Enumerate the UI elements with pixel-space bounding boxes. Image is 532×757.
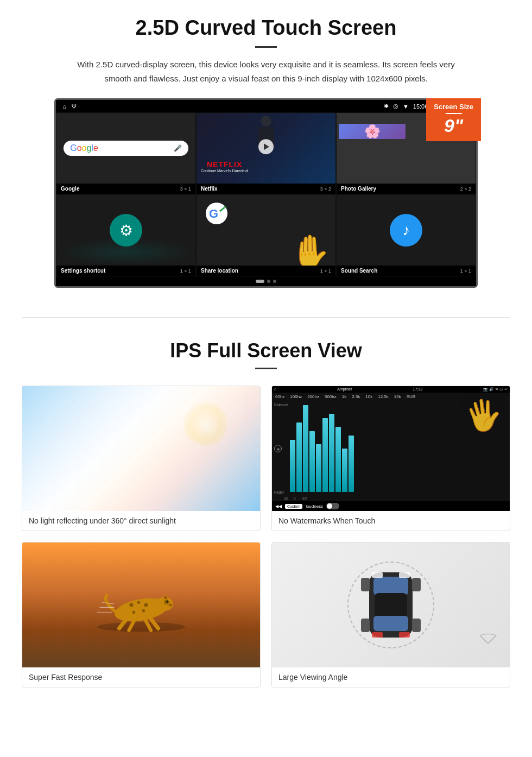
svg-point-10 [142,609,145,612]
amp-title-text: Amplifier [337,387,352,392]
settings-app-name: Settings shortcut [61,268,105,274]
share-cell-top: G 🤚 [197,195,335,266]
music-note-icon: ♪ [402,222,410,239]
eq-bar-1[interactable] [290,440,295,492]
badge-size: 9" [434,116,473,135]
section1-description: With 2.5D curved-display screen, this de… [76,58,456,85]
amp-fader-label: Fader [274,490,288,494]
amp-eq-area: Balance ◉ Fader [272,401,510,496]
wifi-icon: ▼ [403,103,409,110]
amp-custom-button[interactable]: Custom [285,504,302,509]
screen-size-badge: Screen Size 9" [426,98,481,141]
feature-fast-response-image [22,542,260,667]
sound-search-label-row: Sound Search 1 × 1 [337,266,476,276]
bluetooth-icon: ✱ [384,103,389,110]
svg-text:G: G [209,207,218,220]
car-top-view-svg [358,562,423,648]
photo-gallery-app-dims: 2 × 2 [460,186,471,192]
device-screen: ⌂ Ψ ✱ ◎ ▼ 15:06 ⬜ ◁) ✕ ▭ [54,98,478,288]
car-circle [347,562,434,648]
settings-app-dims: 1 × 1 [180,268,191,274]
title-underline [255,46,277,48]
amp-eq-label-100hz: 100hz [290,394,302,399]
svg-point-8 [144,603,148,607]
cheetah-svg [92,572,190,638]
dot-active[interactable] [256,280,264,283]
app-grid-row1: Google 🎤 Google 3 × 1 [56,112,476,194]
feature-viewing-angle-image [272,542,510,667]
eq-bar-7[interactable] [329,414,334,492]
section2-underline [255,368,277,369]
feature-sunlight-image [22,386,260,511]
amp-knob[interactable]: ◉ [274,445,282,452]
sunlight-visual [22,386,260,511]
photo-gallery-label-row: Photo Gallery 2 × 2 [337,184,476,194]
loudness-toggle[interactable] [326,503,339,509]
dot-1[interactable] [267,280,270,283]
eq-bar-10[interactable] [349,436,354,492]
eq-bar-3[interactable] [303,405,308,492]
gear-icon: ⚙ [119,222,133,239]
settings-cell-top: ⚙ [56,195,195,266]
google-cell-top: Google 🎤 [56,113,195,184]
angle-arrows [477,633,499,657]
svg-point-14 [168,601,168,601]
feature-fast-response: Super Fast Response [22,542,261,687]
svg-point-4 [97,622,185,632]
svg-rect-31 [412,578,421,591]
amp-back-icon[interactable]: ◀◀ [275,504,282,509]
netflix-app-cell[interactable]: NETFLIX Continue Marvel's Daredevil Netf… [196,112,336,194]
eq-bar-4[interactable] [309,431,315,492]
page-dots [56,276,476,286]
sound-search-app-dims: 1 × 1 [460,268,471,274]
amp-balance-label: Balance [274,403,288,407]
netflix-play-button[interactable] [258,139,274,154]
photo-thumb-1: 🌸 [339,124,406,139]
section-curved-screen: 2.5D Curved Touch Screen With 2.5D curve… [0,0,532,301]
google-search-input[interactable] [102,146,170,152]
netflix-app-dims: 3 × 2 [320,186,331,192]
loudness-toggle-knob [327,503,332,509]
eq-bars [290,403,354,494]
svg-rect-28 [373,616,408,631]
google-app-cell[interactable]: Google 🎤 Google 3 × 1 [56,112,196,194]
google-logo: Google [70,143,98,153]
photo-gallery-app-name: Photo Gallery [341,186,376,192]
eq-bar-8[interactable] [335,427,341,492]
svg-point-7 [137,601,140,604]
device-mockup: Screen Size 9" ⌂ Ψ ✱ ◎ ▼ 15:06 ⬜ ◁) ✕ [54,98,478,288]
sound-cell-top: ♪ [337,195,476,266]
netflix-logo-text: NETFLIX [201,160,248,169]
feature-grid: No light reflecting under 360° direct su… [22,386,510,687]
settings-label-row: Settings shortcut 1 × 1 [56,266,195,276]
eq-bar-9[interactable] [342,449,347,492]
amp-status-bar: ⌂ Amplifier 17:33 📷 🔊 ✕ ▭ ↩ [272,386,510,393]
amp-y-10: 10 [284,496,288,500]
amp-home-icon: ⌂ [274,387,276,392]
amp-eq-label-sub: SUB [407,394,415,399]
amp-loudness-label: loudness [306,504,323,509]
google-search-bar[interactable]: Google 🎤 [64,141,188,156]
amp-eq-label-1k: 1k [342,394,346,399]
eq-bar-2[interactable] [296,422,302,492]
google-maps-icon: G [205,201,229,228]
eq-bar-5[interactable] [316,444,321,492]
dot-2[interactable] [273,280,276,283]
share-location-app-cell[interactable]: G 🤚 Share location 1 × 1 [196,194,336,276]
hand-pointer-icon: 🤚 [289,232,330,266]
microphone-icon[interactable]: 🎤 [174,144,182,152]
home-icon[interactable]: ⌂ [62,103,66,110]
netflix-app-name: Netflix [201,186,218,192]
sound-search-app-cell[interactable]: ♪ Sound Search 1 × 1 [336,194,476,276]
amp-eq-label-10k: 10k [365,394,372,399]
svg-point-9 [132,611,135,614]
amp-time: 17:33 [413,387,423,392]
badge-divider [446,113,462,114]
section2-title: IPS Full Screen View [22,339,510,362]
eq-bar-6[interactable] [322,418,328,492]
play-triangle-icon [264,143,269,150]
settings-app-cell[interactable]: ⚙ Settings shortcut 1 × 1 [56,194,196,276]
cheetah-visual [22,542,260,667]
status-bar: ⌂ Ψ ✱ ◎ ▼ 15:06 ⬜ ◁) ✕ ▭ [56,100,476,112]
svg-rect-32 [412,619,421,632]
